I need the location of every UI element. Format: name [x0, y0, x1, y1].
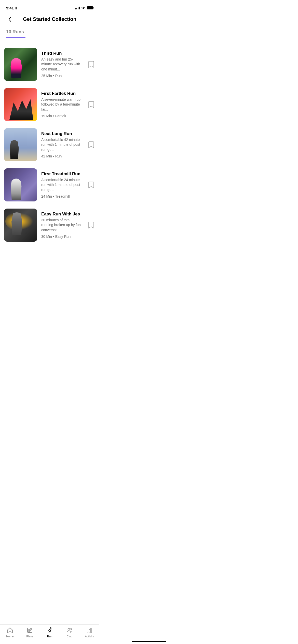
- signal-icon: [75, 6, 80, 9]
- run-info: First Treadmill Run A comfortable 24 min…: [41, 171, 83, 199]
- run-title: Next Long Run: [41, 131, 83, 136]
- run-description: A comfortable 42 minute run with 1 minut…: [41, 137, 83, 152]
- back-button[interactable]: [5, 15, 14, 24]
- run-description: 30 minutes of total running broken up by…: [41, 218, 83, 233]
- list-item[interactable]: Easy Run With Jes 30 minutes of total ru…: [4, 205, 95, 245]
- wifi-icon: [81, 6, 85, 9]
- list-item[interactable]: Third Run An easy and fun 25-minute reco…: [4, 44, 95, 84]
- bookmark-button[interactable]: [87, 141, 95, 149]
- run-title: Third Run: [41, 51, 83, 56]
- run-description: An easy and fun 25-minute recovery run w…: [41, 57, 83, 72]
- status-icons: [75, 6, 93, 9]
- bookmark-button[interactable]: [87, 100, 95, 109]
- run-thumbnail: [4, 48, 37, 81]
- run-description: A seven-minute warm up followed by a ten…: [41, 97, 83, 112]
- accent-bar: [6, 37, 25, 38]
- run-meta: 19 Min • Fartlek: [41, 114, 83, 118]
- run-title: Easy Run With Jes: [41, 212, 83, 217]
- run-meta: 25 Min • Run: [41, 74, 83, 78]
- run-description: A comfortable 24 minute run with 1 minut…: [41, 178, 83, 193]
- list-item[interactable]: Next Long Run A comfortable 42 minute ru…: [4, 125, 95, 165]
- status-time: 9:41: [6, 6, 17, 10]
- page-header: Get Started Collection: [0, 12, 99, 25]
- location-icon: [15, 6, 17, 9]
- list-item[interactable]: First Treadmill Run A comfortable 24 min…: [4, 165, 95, 205]
- run-info: Easy Run With Jes 30 minutes of total ru…: [41, 212, 83, 239]
- run-thumbnail: [4, 209, 37, 242]
- page-title: Get Started Collection: [23, 16, 76, 22]
- run-meta: 24 Min • Treadmill: [41, 194, 83, 198]
- time-display: 9:41: [6, 6, 14, 10]
- runs-section: 10 Runs: [0, 25, 99, 44]
- runs-count: 10 Runs: [6, 29, 93, 35]
- bookmark-button[interactable]: [87, 221, 95, 229]
- bookmark-button[interactable]: [87, 181, 95, 189]
- run-info: Next Long Run A comfortable 42 minute ru…: [41, 131, 83, 158]
- bookmark-button[interactable]: [87, 60, 95, 68]
- run-meta: 30 Min • Easy Run: [41, 235, 83, 239]
- run-thumbnail: [4, 128, 37, 161]
- run-title: First Treadmill Run: [41, 171, 83, 177]
- run-list: Third Run An easy and fun 25-minute reco…: [0, 44, 99, 271]
- run-meta: 42 Min • Run: [41, 154, 83, 158]
- run-info: First Fartlek Run A seven-minute warm up…: [41, 91, 83, 118]
- battery-icon: [87, 6, 93, 9]
- run-thumbnail: [4, 168, 37, 201]
- run-info: Third Run An easy and fun 25-minute reco…: [41, 51, 83, 78]
- list-item[interactable]: First Fartlek Run A seven-minute warm up…: [4, 84, 95, 125]
- status-bar: 9:41: [0, 0, 99, 12]
- run-thumbnail: [4, 88, 37, 121]
- run-title: First Fartlek Run: [41, 91, 83, 96]
